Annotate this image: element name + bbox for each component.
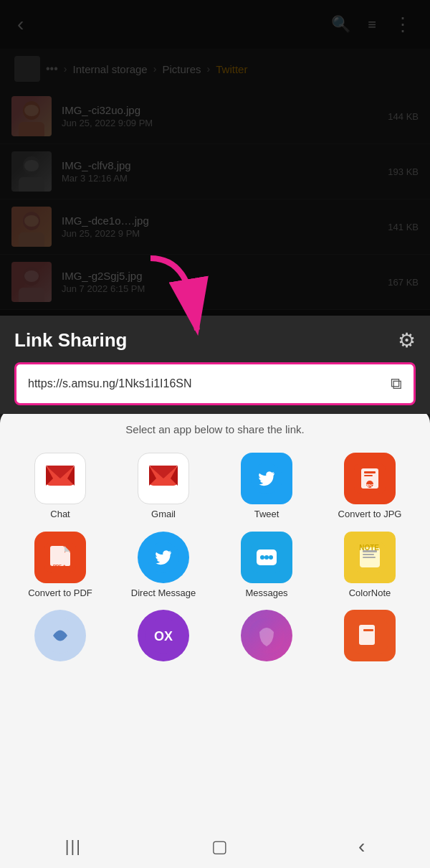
svg-text:JPG: JPG [366,483,374,488]
app-item-tweet[interactable]: Tweet [218,453,315,520]
svg-rect-32 [64,552,70,566]
arrow-indicator [129,251,215,344]
app-label-direct: Direct Message [131,588,196,599]
app-grid-row1: Chat Gmail Tweet [11,453,419,520]
app-item-convert-pdf[interactable]: PDF Convert to PDF [11,532,109,599]
svg-rect-26 [364,475,373,476]
app-item-chat[interactable]: Chat [11,453,109,520]
link-sharing-title: Link Sharing [14,329,127,352]
link-sharing-panel: Link Sharing ⚙ https://s.amsu.ng/1Nks1i1… [0,316,430,414]
nav-back-button[interactable]: ‹ [358,835,365,858]
gear-icon[interactable]: ⚙ [398,329,416,352]
link-sharing-header: Link Sharing ⚙ [14,329,416,352]
app-label-messages: Messages [245,588,287,599]
nav-home-button[interactable]: ▢ [211,836,228,857]
url-box[interactable]: https://s.amsu.ng/1Nks1i1I16SN ⧉ [14,362,416,405]
app-label-colornote: ColorNote [349,588,391,599]
app-label-convert-pdf: Convert to PDF [28,588,92,599]
share-subtitle: Select an app below to share the link. [11,423,419,435]
app-grid-row2: PDF Convert to PDF Direct Message [11,532,419,599]
app-grid-row3: OX [11,610,419,666]
bottom-nav: ||| ▢ ‹ [0,825,430,868]
svg-rect-43 [363,554,374,555]
nav-menu-button[interactable]: ||| [65,837,82,856]
app-label-convert-jpg: Convert to JPG [338,509,402,520]
svg-rect-52 [363,629,373,631]
app-label-chat: Chat [50,509,70,520]
svg-text:PDF: PDF [53,564,62,568]
svg-text:OX: OX [154,629,173,643]
copy-icon[interactable]: ⧉ [391,374,402,393]
app-item-partial-1[interactable] [11,610,109,666]
url-text: https://s.amsu.ng/1Nks1i1I16SN [28,377,385,390]
app-item-partial-4[interactable] [321,610,419,666]
svg-rect-44 [363,557,376,558]
svg-rect-25 [364,471,376,473]
app-item-messages[interactable]: Messages [218,532,315,599]
app-item-direct[interactable]: Direct Message [115,532,212,599]
svg-point-38 [264,555,269,560]
app-label-gmail: Gmail [151,509,176,520]
app-item-partial-2[interactable]: OX [115,610,212,666]
app-item-partial-3[interactable] [218,610,315,666]
svg-point-37 [260,555,264,560]
svg-rect-30 [50,546,64,566]
app-item-colornote[interactable]: NOTE ColorNote [321,532,419,599]
bottom-sheet: Select an app below to share the link. C… [0,409,430,868]
app-label-tweet: Tweet [254,509,280,520]
svg-text:NOTE: NOTE [359,544,379,552]
app-item-convert-jpg[interactable]: JPG Convert to JPG [321,453,419,520]
svg-rect-51 [359,625,375,645]
svg-point-39 [269,555,273,560]
app-item-gmail[interactable]: Gmail [115,453,212,520]
